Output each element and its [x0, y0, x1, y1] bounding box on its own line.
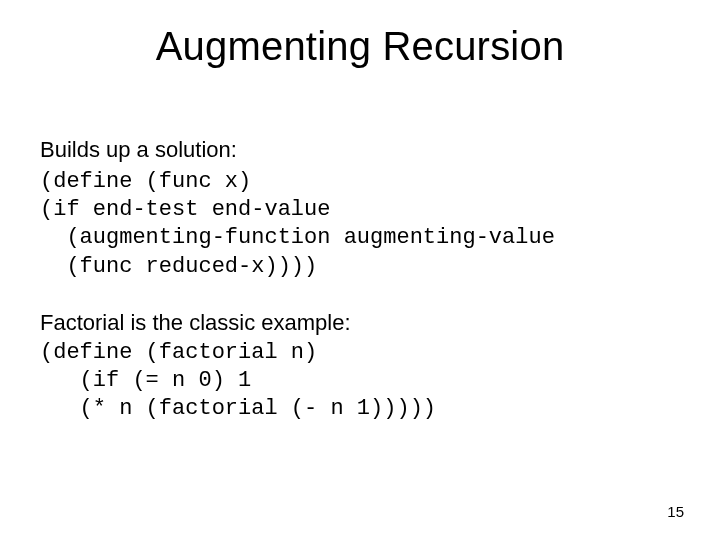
lead-text-2: Factorial is the classic example: [40, 309, 680, 337]
code-line: (define (factorial n) [40, 340, 317, 365]
code-block-2: (define (factorial n) (if (= n 0) 1 (* n… [40, 339, 680, 423]
spacer [40, 281, 680, 309]
code-line: (* n (factorial (- n 1))))) [40, 396, 436, 421]
lead-text-1: Builds up a solution: [40, 136, 680, 164]
code-line: (func reduced-x)))) [40, 254, 317, 279]
page-number: 15 [667, 503, 684, 520]
slide-body: Builds up a solution: (define (func x) (… [40, 136, 680, 423]
code-line: (if (= n 0) 1 [40, 368, 251, 393]
code-block-1: (define (func x) (if end-test end-value … [40, 168, 680, 281]
code-line: (if end-test end-value [40, 197, 330, 222]
code-line: (augmenting-function augmenting-value [40, 225, 555, 250]
slide-title: Augmenting Recursion [0, 24, 720, 69]
code-line: (define (func x) [40, 169, 251, 194]
slide: Augmenting Recursion Builds up a solutio… [0, 0, 720, 540]
